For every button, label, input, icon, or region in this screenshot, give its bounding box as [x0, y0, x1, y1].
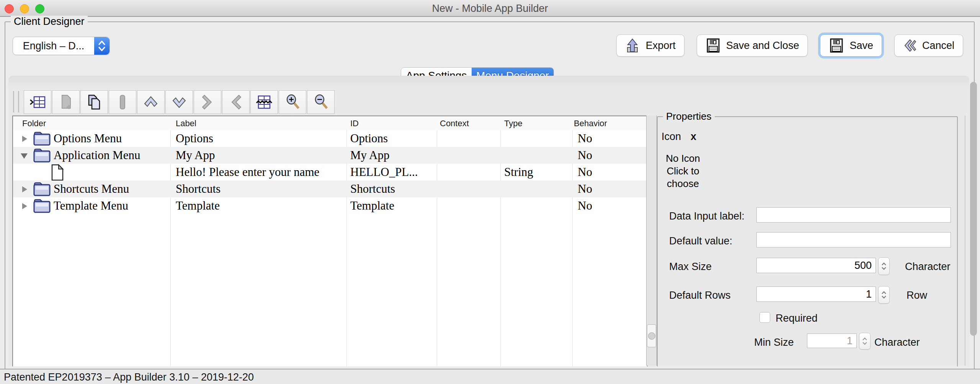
- save-and-close-button[interactable]: Save and Close: [697, 34, 808, 57]
- max-size-stepper[interactable]: [878, 257, 890, 275]
- back-chevrons-icon: [903, 37, 917, 54]
- min-size-field[interactable]: [807, 334, 857, 348]
- id-cell: HELLO_PL...: [350, 164, 434, 181]
- min-size-stepper[interactable]: [859, 333, 871, 350]
- folder-icon: [33, 131, 51, 146]
- delete-button[interactable]: [109, 90, 136, 114]
- folder-cell: Application Menu: [54, 147, 168, 164]
- export-button-label: Export: [646, 40, 676, 52]
- export-button[interactable]: Export: [616, 34, 684, 57]
- table-divider-button[interactable]: [250, 90, 278, 114]
- folder-icon: [33, 181, 51, 197]
- column-header-folder[interactable]: Folder: [22, 119, 46, 129]
- move-up-icon: [142, 94, 159, 111]
- move-down-icon: [171, 94, 188, 111]
- save-and-close-button-label: Save and Close: [726, 40, 799, 52]
- panel-splitter[interactable]: [646, 116, 657, 366]
- type-cell: String: [504, 164, 569, 181]
- column-header-id[interactable]: ID: [350, 119, 359, 129]
- zoom-in-button[interactable]: [279, 90, 306, 114]
- properties-group: Properties Icon x No Icon Click to choos…: [657, 116, 958, 366]
- id-cell: Shortcuts: [350, 181, 434, 197]
- move-up-button[interactable]: [137, 90, 165, 114]
- status-bar: Patented EP2019373 – App Builder 3.10 – …: [0, 369, 980, 384]
- toolbar: [8, 90, 969, 114]
- id-cell: My App: [350, 147, 434, 164]
- folder-icon: [33, 148, 51, 163]
- floppy-disk-icon: [829, 37, 844, 54]
- move-right-button[interactable]: [194, 90, 221, 114]
- label-cell: Template: [176, 197, 344, 214]
- insert-menu-table-button[interactable]: [24, 90, 51, 114]
- label-cell: Shortcuts: [176, 181, 344, 197]
- max-size-unit: Character: [905, 261, 951, 273]
- move-down-button[interactable]: [165, 90, 193, 114]
- panel-right-divider: [965, 116, 965, 366]
- table-row[interactable]: Shortcuts Menu Shortcuts Shortcuts No: [13, 181, 647, 197]
- copy-button[interactable]: [80, 90, 108, 114]
- copy-icon: [86, 94, 103, 111]
- column-header-label[interactable]: Label: [176, 119, 196, 129]
- default-rows-field[interactable]: [756, 286, 876, 302]
- insert-menu-table-icon: [29, 94, 46, 111]
- cancel-button[interactable]: Cancel: [894, 34, 963, 57]
- id-cell: Template: [350, 197, 434, 214]
- label-cell: Hello! Please enter your name: [176, 164, 348, 181]
- disclosure-collapsed-icon[interactable]: [22, 186, 27, 192]
- folder-cell: Shortcuts Menu: [54, 181, 168, 197]
- icon-value: x: [691, 131, 696, 143]
- table-row[interactable]: Hello! Please enter your name HELLO_PL..…: [13, 164, 647, 181]
- zoom-in-icon: [284, 94, 301, 111]
- table-row[interactable]: Application Menu My App My App No: [13, 147, 647, 164]
- behavior-cell: No: [578, 197, 643, 214]
- required-label: Required: [776, 312, 818, 324]
- save-button-label: Save: [849, 40, 873, 52]
- save-button[interactable]: Save: [820, 34, 882, 57]
- add-page-button[interactable]: [52, 90, 80, 114]
- language-select[interactable]: English – D...: [13, 37, 110, 55]
- delete-icon: [114, 94, 131, 111]
- title-bar: New - Mobile App Builder: [0, 0, 980, 17]
- table-row[interactable]: Template Menu Template Template No: [13, 197, 647, 214]
- disclosure-collapsed-icon[interactable]: [22, 203, 27, 209]
- table-row[interactable]: Options Menu Options Options No: [13, 130, 647, 147]
- client-designer-legend: Client Designer: [11, 16, 88, 28]
- export-icon: [625, 37, 640, 54]
- menu-tree-table: Folder Label ID Context Type Behavior Op…: [12, 116, 648, 366]
- icon-chooser[interactable]: No Icon Click to choose: [662, 152, 704, 190]
- language-select-value: English – D...: [13, 40, 94, 52]
- data-input-label-field[interactable]: [756, 207, 951, 223]
- disclosure-collapsed-icon[interactable]: [22, 136, 27, 142]
- behavior-cell: No: [578, 164, 643, 181]
- default-value-field[interactable]: [756, 232, 951, 247]
- default-value-label: Default value:: [669, 235, 732, 247]
- move-left-button[interactable]: [222, 90, 250, 114]
- properties-legend: Properties: [663, 111, 715, 122]
- max-size-field[interactable]: [756, 258, 876, 273]
- cancel-button-label: Cancel: [922, 40, 954, 52]
- required-checkbox[interactable]: [760, 312, 770, 323]
- table-header: Folder Label ID Context Type Behavior: [13, 116, 647, 130]
- action-button-row: Export Save and Close: [616, 34, 963, 57]
- app-window: New - Mobile App Builder Client Designer…: [0, 0, 980, 384]
- add-page-icon: [57, 94, 74, 111]
- table-divider-icon: [255, 94, 273, 111]
- max-size-label: Max Size: [669, 261, 712, 273]
- default-rows-label: Default Rows: [669, 290, 731, 301]
- column-header-type[interactable]: Type: [504, 119, 523, 129]
- id-cell: Options: [350, 130, 434, 147]
- column-header-behavior[interactable]: Behavior: [574, 119, 607, 129]
- column-header-context[interactable]: Context: [440, 119, 469, 129]
- label-cell: Options: [176, 130, 344, 147]
- menu-designer-panel: Folder Label ID Context Type Behavior Op…: [8, 76, 969, 366]
- toolbar-drag-handle-icon[interactable]: [13, 91, 19, 112]
- zoom-out-button[interactable]: [307, 90, 335, 114]
- default-rows-unit: Row: [906, 290, 927, 301]
- icon-label: Icon: [662, 131, 681, 143]
- disclosure-expanded-icon[interactable]: [21, 153, 28, 159]
- vertical-scrollbar[interactable]: [970, 82, 977, 336]
- file-icon: [51, 164, 64, 181]
- default-rows-stepper[interactable]: [878, 286, 890, 304]
- splitter-grip-icon[interactable]: [647, 324, 656, 347]
- no-icon-line: choose: [662, 177, 704, 190]
